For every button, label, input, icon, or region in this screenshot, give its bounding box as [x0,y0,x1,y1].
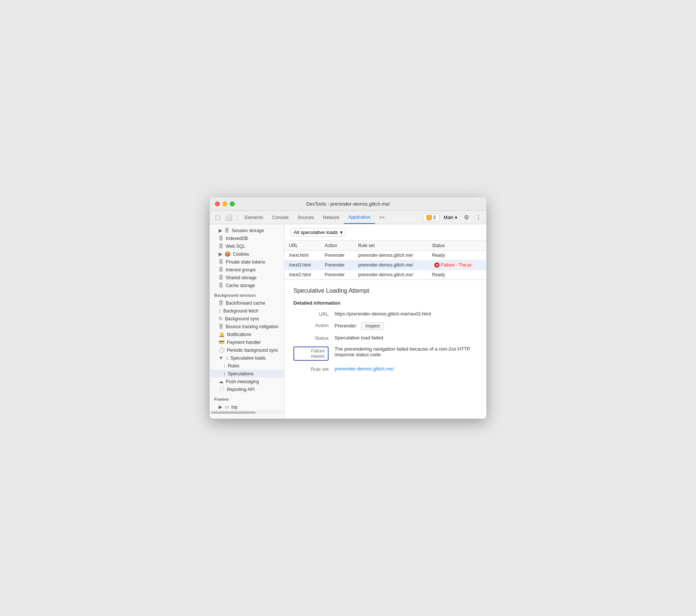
tab-sources[interactable]: Sources [293,211,318,224]
main-content: All speculative loads ▾ URL Action Rule … [284,224,486,419]
up-arrow-icon: ↑ [223,363,226,369]
sidebar-item-interest-groups[interactable]: 🗄 Interest groups [210,266,284,274]
sidebar: ▶ 🗄 Session storage 🗄 IndexedDB 🗄 Web SQ… [210,224,284,419]
database-icon: 🗄 [219,275,224,280]
frame-icon: ▭ [225,404,229,410]
cell-action: Prerender [320,270,354,280]
sidebar-item-back-forward-cache[interactable]: 🗄 Back/forward cache [210,299,284,307]
sidebar-scrollbar[interactable] [210,411,284,414]
col-action: Action [320,241,354,251]
sidebar-item-private-state-tokens[interactable]: 🗄 Private state tokens [210,258,284,266]
sidebar-item-cache-storage[interactable]: 🗄 Cache storage [210,281,284,289]
sidebar-item-shared-storage[interactable]: 🗄 Shared storage [210,274,284,281]
close-button[interactable] [215,201,220,206]
device-icon[interactable]: ⬜ [224,213,234,222]
cell-status: Ready [428,270,486,280]
url-label: URL [293,311,335,317]
card-icon: 💳 [219,339,225,345]
more-tabs-button[interactable]: >> [375,211,389,224]
speculative-loads-table: URL Action Rule set Status /next.html Pr… [284,241,486,280]
error-badge-button[interactable]: ! 2 [423,214,439,221]
sidebar-item-label: Private state tokens [226,259,265,265]
sidebar-item-label: Cookies [233,252,249,257]
url-value: https://prerender-demos.glitch.me/next3.… [335,311,477,317]
sidebar-item-label: Cache storage [226,283,255,288]
detail-row-ruleset: Rule set prerender-demos.glitch.me/ [293,366,477,372]
toolbar-divider [237,214,237,221]
cell-action: Prerender [320,251,354,260]
clock-icon: 🍪 [225,251,231,257]
sidebar-item-periodic-background-sync[interactable]: 🕐 Periodic background sync [210,346,284,354]
sidebar-item-label: Bounce tracking mitigation [226,324,278,329]
table-row[interactable]: /next.html Prerender prerender-demos.gli… [284,251,486,260]
sidebar-item-speculations[interactable]: ↕ Speculations [210,370,284,378]
sidebar-item-session-storage[interactable]: ▶ 🗄 Session storage [210,227,284,234]
sidebar-item-label: Shared storage [226,275,256,280]
arrows-icon: ↕ [223,371,226,376]
database-icon: 🗄 [219,283,224,288]
filter-dropdown[interactable]: All speculative loads ▾ [290,228,346,237]
sidebar-item-push-messaging[interactable]: ☁ Push messaging [210,378,284,385]
tab-elements[interactable]: Elements [240,211,268,224]
sidebar-item-payment-handler[interactable]: 💳 Payment handler [210,338,284,346]
minimize-button[interactable] [222,201,227,206]
maximize-button[interactable] [230,201,235,206]
sidebar-item-notifications[interactable]: 🔔 Notifications [210,330,284,338]
filter-label: All speculative loads [294,230,338,235]
title-bar: DevTools - prerender-demos.glitch.me/ [210,197,486,211]
traffic-lights [215,201,235,206]
cursor-icon[interactable]: ⬚ [213,213,222,222]
database-icon: 🗄 [219,324,224,329]
cell-ruleset: prerender-demos.glitch.me/ [354,260,428,270]
settings-icon[interactable]: ⚙ [462,213,471,222]
inspect-button[interactable]: Inspect [361,322,384,330]
database-icon: 🗄 [219,300,224,306]
sidebar-item-background-fetch[interactable]: ↕ Background fetch [210,307,284,315]
cell-action: Prerender [320,260,354,270]
detail-row-status: Status Speculative load failed. [293,335,477,341]
main-label: Main [444,215,453,220]
failure-text: Failure - The pr [441,262,472,268]
sidebar-item-cookies[interactable]: ▶ 🍪 Cookies [210,250,284,258]
sidebar-item-indexeddb[interactable]: 🗄 IndexedDB [210,234,284,242]
sidebar-item-top-frame[interactable]: ▶ ▭ top [210,403,284,411]
tab-application[interactable]: Application [344,211,375,224]
ruleset-link[interactable]: prerender-demos.glitch.me/ [335,366,394,372]
table-row[interactable]: /next2.html Prerender prerender-demos.gl… [284,270,486,280]
sidebar-item-label: Periodic background sync [227,348,278,353]
tab-network[interactable]: Network [318,211,344,224]
sidebar-item-label: Notifications [227,332,251,337]
detail-title: Speculative Loading Attempt [293,287,477,294]
detail-section-title: Detailed information [293,300,477,306]
clock-icon: 🕐 [219,347,225,353]
tab-console[interactable]: Console [268,211,293,224]
sidebar-item-label: Rules [228,363,240,369]
sidebar-item-label: Speculations [228,371,254,376]
sidebar-item-label: Reporting API [227,387,255,392]
sidebar-item-websql[interactable]: 🗄 Web SQL [210,242,284,250]
failure-reason-value: The prerendering navigation failed becau… [335,346,477,357]
database-icon: 🗄 [219,267,224,272]
main-selector[interactable]: Main ▾ [441,214,459,221]
failure-reason-box: Failure reason [293,346,329,361]
sync-icon: ↻ [219,316,223,321]
sidebar-item-bounce-tracking[interactable]: 🗄 Bounce tracking mitigation [210,323,284,330]
scrollbar-thumb [211,412,256,414]
sidebar-item-rules[interactable]: ↑ Rules [210,362,284,370]
sidebar-item-label: Background sync [225,316,259,321]
database-icon: 🗄 [219,243,224,249]
database-icon: 🗄 [219,235,224,241]
failure-reason-label: Failure reason [293,346,335,361]
sidebar-item-reporting-api[interactable]: 📄 Reporting API [210,385,284,393]
main-layout: ▶ 🗄 Session storage 🗄 IndexedDB 🗄 Web SQ… [210,224,486,419]
more-options-icon[interactable]: ⋮ [474,213,483,222]
devtools-window: DevTools - prerender-demos.glitch.me/ ⬚ … [210,197,486,419]
table-row[interactable]: /next3.html Prerender prerender-demos.gl… [284,260,486,270]
cell-url: /next.html [284,251,320,260]
sidebar-item-speculative-loads[interactable]: ▼ ↕ Speculative loads [210,354,284,362]
sidebar-item-background-sync[interactable]: ↻ Background sync [210,315,284,323]
document-icon: 📄 [219,386,225,392]
action-text: Prerender [335,323,356,329]
cloud-icon: ☁ [219,379,224,384]
toolbar-tabs: Elements Console Sources Network Applica… [240,211,422,224]
